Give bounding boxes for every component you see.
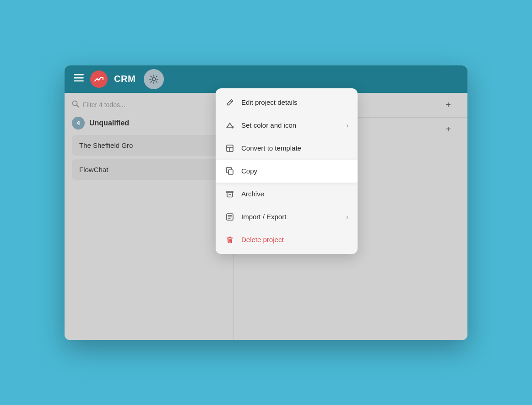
search-icon xyxy=(72,100,79,109)
chevron-right-icon-2: › xyxy=(346,213,348,221)
menu-item-import-export[interactable]: Import / Export › xyxy=(216,205,358,228)
svg-line-5 xyxy=(77,105,79,107)
menu-item-delete-label: Delete project xyxy=(241,236,348,243)
section-header: 4 Unqualified xyxy=(72,117,226,130)
menu-item-convert-template[interactable]: Convert to template xyxy=(216,137,358,160)
left-panel: Filter 4 todos... 4 Unqualified The Shef… xyxy=(65,93,234,340)
menu-item-edit-project-details[interactable]: Edit project details xyxy=(216,91,358,114)
svg-point-3 xyxy=(152,77,156,81)
search-placeholder: Filter 4 todos... xyxy=(83,101,125,108)
menu-item-delete-project[interactable]: Delete project xyxy=(216,228,358,251)
search-bar: Filter 4 todos... xyxy=(72,100,226,109)
pencil-icon xyxy=(225,97,235,108)
svg-rect-13 xyxy=(228,170,233,174)
list-item[interactable]: The Sheffield Gro xyxy=(72,135,226,156)
menu-item-archive[interactable]: Archive xyxy=(216,183,358,205)
svg-rect-10 xyxy=(227,145,233,151)
svg-rect-0 xyxy=(74,74,84,76)
list-item[interactable]: FlowChat xyxy=(72,159,226,180)
count-badge: 4 xyxy=(72,117,85,130)
menu-item-copy-label: Copy xyxy=(241,167,348,175)
hamburger-icon[interactable] xyxy=(74,74,84,84)
menu-item-import-export-label: Import / Export xyxy=(241,213,340,221)
menu-item-archive-label: Archive xyxy=(241,190,348,198)
add-column-button[interactable]: + xyxy=(438,100,458,110)
app-window: CRM Filter 4 todos... 4 U xyxy=(65,65,467,340)
svg-line-9 xyxy=(230,101,232,102)
svg-rect-14 xyxy=(227,191,233,193)
svg-rect-1 xyxy=(74,77,84,79)
add-item-button[interactable]: + xyxy=(438,124,458,135)
app-title: CRM xyxy=(114,74,136,84)
section-title: Unqualified xyxy=(89,119,129,127)
copy-icon xyxy=(225,166,235,176)
archive-icon xyxy=(225,189,235,199)
svg-rect-2 xyxy=(74,81,84,82)
template-icon xyxy=(225,143,235,153)
menu-item-convert-label: Convert to template xyxy=(241,144,348,152)
menu-item-set-color-icon[interactable]: Set color and icon › xyxy=(216,114,358,137)
trash-icon xyxy=(225,235,235,245)
menu-item-color-icon-label: Set color and icon xyxy=(241,121,340,129)
import-export-icon xyxy=(225,212,235,222)
chevron-right-icon: › xyxy=(346,122,348,129)
menu-item-edit-label: Edit project details xyxy=(241,98,348,106)
menu-item-copy[interactable]: Copy xyxy=(216,160,358,183)
gear-button[interactable] xyxy=(144,69,164,89)
dropdown-menu: Edit project details Set color and icon … xyxy=(216,88,358,254)
logo-icon xyxy=(90,70,108,88)
paint-bucket-icon xyxy=(225,120,235,130)
